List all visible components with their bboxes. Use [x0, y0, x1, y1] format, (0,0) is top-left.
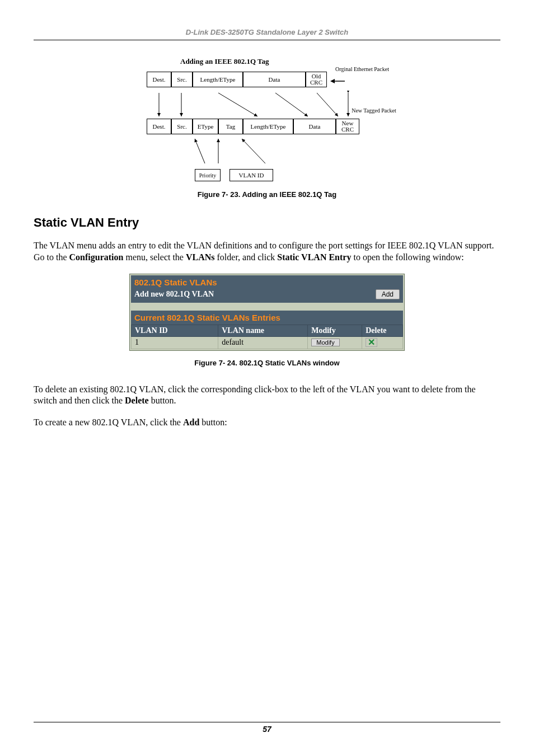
figure-caption-1: Figure 7- 23. Adding an IEEE 802.1Q Tag [34, 190, 500, 199]
p2-b: Delete [125, 396, 149, 405]
document-header: D-Link DES-3250TG Standalone Layer 2 Swi… [34, 28, 500, 36]
header-rule [34, 40, 500, 40]
cell2-crc: New CRC [336, 119, 359, 134]
cell2-src: Src. [171, 119, 193, 134]
p1-b: Configuration [69, 252, 124, 262]
figure-caption-2: Figure 7- 24. 802.1Q Static VLANs window [34, 359, 500, 367]
paragraph-3: To create a new 802.1Q VLAN, click the A… [34, 417, 500, 429]
col-vlan-name: VLAN name [218, 325, 308, 336]
cell-vlan-name: default [218, 336, 308, 349]
svg-line-10 [242, 139, 265, 163]
add-button[interactable]: Add [376, 289, 400, 299]
cell-vlan-id: 1 [132, 336, 218, 349]
diagram-title: Adding an IEEE 802.1Q Tag [180, 57, 387, 66]
cell-crc: Old CRC [306, 72, 327, 87]
vlan-table: VLAN ID VLAN name Modify Delete 1 defaul… [131, 325, 403, 349]
section-heading: Static VLAN Entry [34, 215, 500, 230]
p3-c: button: [199, 417, 227, 427]
table-row: 1 default Modify ✕ [132, 336, 403, 349]
svg-line-5 [275, 93, 308, 116]
p3-a: To create a new 802.1Q VLAN, click the [34, 417, 183, 427]
cell2-data: Data [293, 119, 336, 134]
delete-icon[interactable]: ✕ [366, 338, 377, 347]
col-vlan-id: VLAN ID [132, 325, 218, 336]
svg-line-4 [218, 93, 257, 116]
cell-len: Length/EType [193, 72, 243, 87]
original-packet-label: Orginal Ethernet Packet [334, 66, 390, 72]
cell-vlanid: VLAN ID [229, 169, 273, 181]
footer-rule [34, 722, 500, 722]
ieee-tag-diagram: Adding an IEEE 802.1Q Tag Orginal Ethern… [147, 57, 387, 186]
p1-c: menu, select the [123, 252, 186, 262]
vlan-panel: 802.1Q Static VLANs Add new 802.1Q VLAN … [129, 274, 405, 351]
page-number: 57 [34, 725, 500, 734]
cell-dest: Dest. [147, 72, 171, 87]
cell-src: Src. [171, 72, 193, 87]
cell2-len: Length/EType [243, 119, 293, 134]
cell-data: Data [243, 72, 306, 87]
p1-e: folder, and click [215, 252, 278, 262]
modify-button[interactable]: Modify [311, 339, 339, 346]
add-vlan-label: Add new 802.1Q VLAN [134, 290, 376, 299]
cell2-etype: EType [193, 119, 218, 134]
col-delete: Delete [362, 325, 403, 336]
p1-g: to open the following window: [351, 252, 463, 262]
svg-line-6 [317, 93, 338, 116]
panel-heading-current-entries: Current 802.1Q Static VLANs Entries [131, 311, 403, 325]
diagram-connectors [147, 91, 387, 119]
p2-a: To delete an existing 802.1Q VLAN, click… [34, 384, 476, 406]
p1-f: Static VLAN Entry [277, 252, 351, 262]
cell2-dest: Dest. [147, 119, 171, 134]
arrow-left-icon [329, 76, 346, 86]
svg-line-8 [195, 139, 205, 163]
paragraph-2: To delete an existing 802.1Q VLAN, click… [34, 384, 500, 407]
cell-priority: Priority [195, 169, 221, 181]
p3-b: Add [183, 417, 199, 427]
p2-c: button. [149, 396, 176, 405]
cell2-tag: Tag [218, 119, 243, 134]
paragraph-1: The VLAN menu adds an entry to edit the … [34, 240, 500, 264]
new-tagged-label: New Tagged Packet [352, 107, 396, 114]
svg-marker-1 [330, 79, 335, 83]
panel-heading-static-vlans: 802.1Q Static VLANs [131, 275, 403, 289]
p1-d: VLANs [186, 252, 215, 262]
diagram-connectors-2 [147, 138, 387, 169]
col-modify: Modify [308, 325, 362, 336]
